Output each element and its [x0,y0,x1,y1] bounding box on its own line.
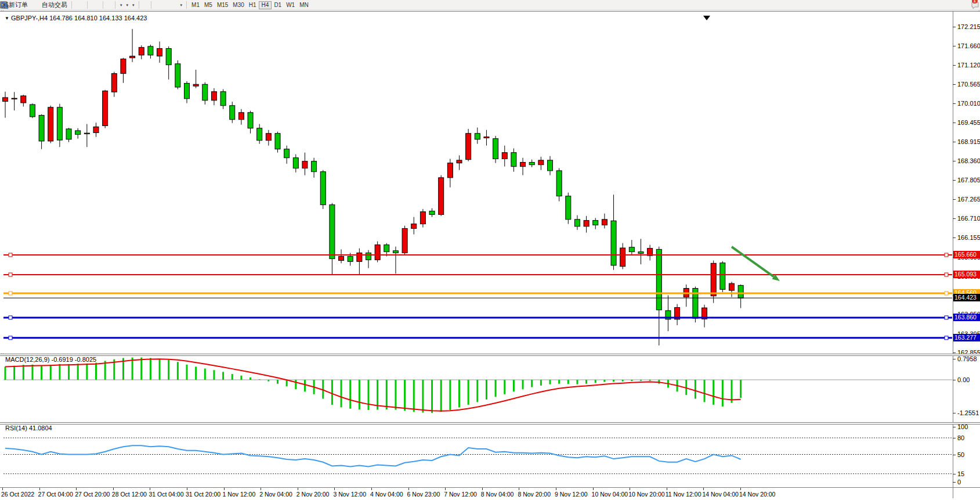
candle-body [230,106,235,120]
candle-body [130,56,135,58]
line-handle[interactable] [945,253,948,257]
timeframe-button-M15[interactable]: M15 [215,1,230,9]
candle-body [348,256,353,261]
candle-body [384,245,389,252]
candle-body [738,285,743,298]
time-axis-label: 1 Nov 12:00 [223,491,256,498]
price-axis-tick [953,103,956,104]
macd-label: MACD(12,26,9) -0.6919 -0.8025 [5,356,96,363]
macd-panel[interactable] [0,355,980,422]
timeframe-button-M5[interactable]: M5 [202,1,215,9]
timeframe-button-H1[interactable]: H1 [247,1,259,9]
price-axis-tick-label: 170.010 [957,100,980,107]
time-axis-label: 31 Oct 04:00 [149,491,183,498]
toolbar-separator [151,1,151,9]
candle-body [220,92,226,106]
chart-shift-marker[interactable] [703,16,710,20]
candle-body [484,137,489,138]
time-axis-tick [187,488,187,490]
time-axis-label: 8 Nov 04:00 [481,491,514,498]
candle-body [566,196,571,220]
toolbar-separator [71,1,72,9]
rsi-label: RSI(14) 41.0804 [5,425,52,431]
candle-body [238,113,244,120]
profile-chart-plus-button[interactable] [109,1,113,9]
symbol-dropdown-icon[interactable]: ▼ [5,16,9,21]
time-axis[interactable]: 26 Oct 202227 Oct 04:0027 Oct 20:0028 Oc… [0,488,980,500]
search-button[interactable] [964,1,967,9]
time-axis-tick [113,488,114,490]
candle-body [193,84,198,86]
line-handle[interactable] [945,292,948,295]
add-indicator-button[interactable]: ▾ [118,1,124,9]
panel-separator[interactable] [0,354,980,356]
time-axis-tick [371,488,372,490]
timeframe-button-H4[interactable]: H4 [259,1,272,9]
chart-title: ▼ GBPJPY-,H4 164.786 164.810 164.133 164… [5,15,147,21]
candle-body [185,83,190,98]
timeframe-button-D1[interactable]: D1 [272,1,284,9]
chevron-down-icon: ▾ [132,3,135,8]
notifications-button[interactable]: 1 [971,1,974,9]
timeframe-button-M1[interactable]: M1 [189,1,202,9]
trend-arrow-line[interactable] [732,247,773,276]
time-axis-label: 6 Nov 23:00 [407,491,440,498]
macd-axis-tick-label: 0.00 [957,376,970,383]
time-axis-label: 2 Nov 04:00 [259,491,292,498]
time-axis-label: 8 Nov 20:00 [518,491,551,498]
candle-body [111,74,117,92]
time-axis-label: 14 Nov 20:00 [739,491,775,498]
line-handle[interactable] [9,273,12,276]
line-handle[interactable] [945,336,948,340]
candle-body [93,127,99,132]
shapes-button[interactable]: ▾ [178,1,185,9]
candle-body [729,283,735,290]
candle-body [293,158,298,168]
candle-body [556,171,562,196]
main-chart-panel[interactable] [0,12,980,353]
candle-body [602,220,607,225]
line-handle[interactable] [945,273,948,276]
price-axis-tick-label: 170.565 [957,81,980,88]
period-clock-button[interactable]: ▾ [124,1,131,9]
macd-axis-tick [953,413,956,413]
candle-body [538,160,544,165]
toolbar-separator [186,1,187,9]
time-axis-label: 14 Nov 04:00 [702,491,738,498]
candle-body [366,253,371,260]
timeframe-button-M30[interactable]: M30 [230,1,246,9]
rsi-panel[interactable] [0,424,980,487]
auto-trading-button[interactable]: 自动交易 [40,1,69,9]
candle-body [320,172,326,205]
line-handle[interactable] [9,336,12,340]
line-chart-mode-button[interactable] [81,1,85,9]
timeframe-button-W1[interactable]: W1 [284,1,297,9]
price-axis-tick [953,123,956,123]
candle-body [511,153,516,167]
line-handle[interactable] [945,316,948,319]
price-axis-tick [953,218,956,219]
auto-trading-label: 自动交易 [42,1,67,9]
candle-body [375,245,380,260]
candle-body [202,84,208,100]
price-axis-tick [953,46,956,46]
candle-body [75,131,81,135]
candle-body [30,105,35,117]
candle-body [48,107,53,141]
line-handle[interactable] [9,316,12,319]
crosshair-button[interactable] [145,1,149,9]
line-handle[interactable] [9,292,12,295]
time-axis-tick [519,488,519,490]
new-order-button[interactable]: 新订单 [7,1,30,9]
macd-axis-tick-label: 0.7958 [957,355,977,362]
line-handle[interactable] [9,253,12,257]
price-axis-tick-label: 172.215 [957,23,980,30]
xaxis-top-border [0,487,980,488]
rsi-axis-tick [953,438,956,438]
candle-body [620,248,625,267]
timeframe-button-MN[interactable]: MN [297,1,311,9]
tile-windows-button[interactable] [97,1,100,9]
macd-axis-tick-label: -1.2551 [957,409,979,416]
panel-separator[interactable] [0,422,980,425]
template-button[interactable]: ▾ [130,1,136,9]
